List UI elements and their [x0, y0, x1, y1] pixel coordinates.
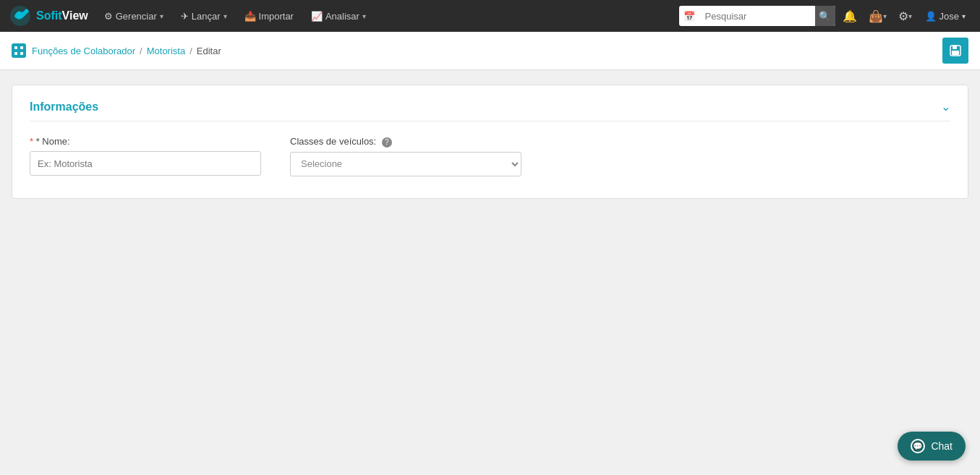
nav-analisar-label: Analisar: [325, 11, 359, 22]
form-row: * * Nome: Classes de veículos: ? Selecio…: [30, 136, 950, 176]
help-icon[interactable]: ?: [382, 137, 392, 147]
chevron-down-icon-3: ▾: [362, 12, 366, 20]
nome-label: * * Nome:: [30, 136, 261, 147]
bell-icon[interactable]: 🔔: [838, 9, 861, 23]
navbar: Sofit View ⚙ Gerenciar ▾ ✈ Lançar ▾ 📥 Im…: [0, 0, 980, 32]
form-group-nome: * * Nome:: [30, 136, 261, 176]
import-icon: 📥: [244, 11, 256, 22]
navbar-right: 📅 🔍 🔔 👜 ▾ ⚙ ▾ 👤 Jose ▾: [679, 6, 971, 26]
breadcrumb-link-funcoes[interactable]: Funções de Colaborador: [32, 46, 135, 56]
nav-gerenciar-label: Gerenciar: [116, 11, 157, 22]
collapse-button[interactable]: ⌄: [941, 100, 950, 114]
chat-label: Chat: [931, 440, 953, 452]
nav-lancar-label: Lançar: [192, 11, 221, 22]
launch-icon: ✈: [181, 11, 189, 22]
brand-icon: [9, 4, 32, 27]
chevron-down-icon: ▾: [160, 12, 163, 20]
section-title: Informações: [30, 100, 98, 114]
svg-rect-4: [20, 52, 23, 55]
nome-input[interactable]: [30, 151, 261, 176]
chart-icon: 📈: [311, 11, 323, 22]
main-content: Informações ⌄ * * Nome: Classes de veícu…: [0, 70, 980, 213]
search-input[interactable]: [699, 6, 815, 26]
brand-view-text: View: [62, 9, 88, 22]
nav-lancar[interactable]: ✈ Lançar ▾: [174, 0, 234, 32]
classes-label: Classes de veículos: ?: [290, 136, 521, 147]
breadcrumb-icon: [12, 43, 26, 58]
breadcrumb-link-motorista[interactable]: Motorista: [147, 46, 185, 56]
svg-rect-3: [14, 52, 17, 55]
classes-select[interactable]: Selecione: [290, 152, 521, 176]
svg-rect-1: [14, 46, 17, 49]
nav-gerenciar[interactable]: ⚙ Gerenciar ▾: [97, 0, 171, 32]
bag-icon[interactable]: 👜 ▾: [864, 9, 891, 23]
search-button[interactable]: 🔍: [815, 6, 835, 26]
breadcrumb-sep-2: /: [189, 46, 192, 56]
nav-importar-label: Importar: [259, 11, 294, 22]
brand-logo-area: Sofit View: [9, 4, 88, 27]
chat-icon: 💬: [911, 439, 925, 453]
breadcrumb-sep-1: /: [140, 46, 142, 56]
required-asterisk: *: [30, 136, 36, 147]
settings-icon[interactable]: ⚙ ▾: [894, 9, 916, 23]
classes-label-text: Classes de veículos:: [290, 136, 376, 147]
user-menu[interactable]: 👤 Jose ▾: [919, 11, 971, 22]
save-button[interactable]: [942, 38, 968, 64]
svg-rect-6: [953, 46, 957, 49]
gear-icon: ⚙: [104, 11, 113, 22]
form-group-classes: Classes de veículos: ? Selecione: [290, 136, 521, 176]
user-name-label: Jose: [939, 11, 959, 22]
chevron-down-icon-2: ▾: [223, 12, 227, 20]
section-header: Informações ⌄: [30, 100, 950, 121]
form-card: Informações ⌄ * * Nome: Classes de veícu…: [12, 85, 968, 199]
chat-button[interactable]: 💬 Chat: [898, 432, 966, 461]
nav-analisar[interactable]: 📈 Analisar ▾: [304, 0, 373, 32]
nome-label-text: * Nome:: [36, 136, 70, 147]
save-icon: [949, 44, 962, 57]
calendar-icon: 📅: [679, 11, 699, 22]
chevron-down-icon-5: ▾: [908, 12, 912, 20]
svg-rect-2: [20, 46, 23, 49]
svg-rect-7: [952, 51, 959, 55]
breadcrumb-current: Editar: [197, 46, 221, 56]
nav-importar[interactable]: 📥 Importar: [237, 0, 301, 32]
search-box: 📅 🔍: [679, 6, 835, 26]
chevron-down-icon-6: ▾: [962, 12, 966, 20]
breadcrumb-bar: Funções de Colaborador / Motorista / Edi…: [0, 32, 980, 70]
chevron-down-icon-4: ▾: [883, 12, 887, 20]
grid-icon: [14, 46, 24, 56]
brand-sofit-text: Sofit: [36, 9, 62, 22]
user-icon: 👤: [925, 11, 937, 22]
